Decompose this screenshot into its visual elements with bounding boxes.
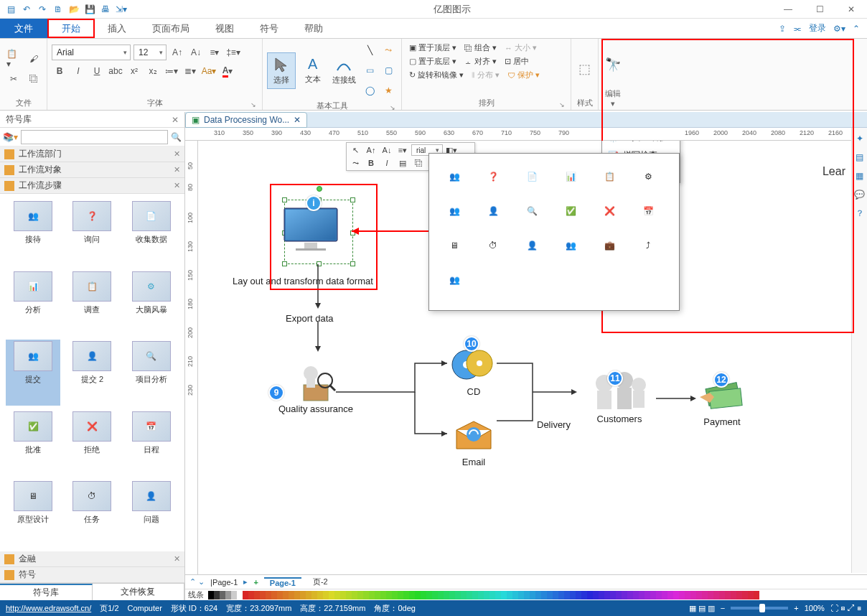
color-swatch[interactable] <box>306 591 311 599</box>
node-cd[interactable]: 10 CD <box>451 346 497 397</box>
search-icon[interactable]: 🔍 <box>171 132 182 142</box>
color-swatch[interactable] <box>340 591 346 599</box>
shape-reject[interactable]: ❌拒绝 <box>65 410 119 476</box>
color-swatch[interactable] <box>438 591 444 599</box>
file-menu[interactable]: 文件 <box>0 19 47 38</box>
tab-layout[interactable]: 页面布局 <box>139 19 202 38</box>
color-swatch[interactable] <box>645 591 650 599</box>
color-swatch[interactable] <box>369 591 375 599</box>
mini-shrink-icon[interactable]: A↓ <box>380 144 394 156</box>
maximize-button[interactable]: ☐ <box>804 0 835 19</box>
mini-italic-icon[interactable]: I <box>380 157 394 169</box>
color-swatch[interactable] <box>317 591 323 599</box>
color-swatch[interactable] <box>570 591 576 599</box>
flyout-shape[interactable]: ❌ <box>590 194 629 228</box>
color-swatch[interactable] <box>690 591 696 599</box>
cut-icon[interactable]: ✂ <box>6 71 22 87</box>
flyout-shape[interactable]: 💼 <box>590 228 629 263</box>
shape-prototype[interactable]: 🖥原型设计 <box>6 480 60 546</box>
color-swatch[interactable] <box>260 591 266 599</box>
color-swatch[interactable] <box>403 591 409 599</box>
bullets-icon[interactable]: ≔▾ <box>164 63 179 79</box>
flyout-shape[interactable]: 👥 <box>435 194 474 228</box>
underline-icon[interactable]: U <box>89 63 105 79</box>
color-swatch[interactable] <box>495 591 501 599</box>
library-icon[interactable]: 📚▾ <box>3 132 18 142</box>
color-swatch[interactable] <box>553 591 558 599</box>
color-swatch[interactable] <box>426 591 432 599</box>
color-swatch[interactable] <box>599 591 604 599</box>
sidebar-close-icon[interactable]: ✕ <box>172 115 179 125</box>
open-icon[interactable]: 📂 <box>67 3 80 16</box>
color-swatch[interactable] <box>541 591 547 599</box>
shape-submit2[interactable]: 👤提交 2 <box>65 340 119 406</box>
color-swatch[interactable] <box>334 591 340 599</box>
tab-view[interactable]: 视图 <box>202 19 247 38</box>
color-swatch[interactable] <box>489 591 495 599</box>
doc-tab-active[interactable]: ▣ Data Processing Wo... ✕ <box>185 112 307 128</box>
color-swatch[interactable] <box>719 591 725 599</box>
sidebar-cat-finance[interactable]: 金融✕ <box>0 551 184 567</box>
color-swatch[interactable] <box>323 591 329 599</box>
color-swatch[interactable] <box>662 591 667 599</box>
color-swatch[interactable] <box>616 591 622 599</box>
group-label-edit[interactable]: 编辑▾ <box>603 87 623 108</box>
node-email[interactable]: Email <box>451 416 497 467</box>
color-swatch[interactable] <box>472 591 478 599</box>
font-size-combo[interactable]: 12 <box>133 45 167 60</box>
color-swatch[interactable] <box>754 591 759 599</box>
search-input[interactable] <box>21 130 168 144</box>
flyout-shape[interactable]: 👥 <box>435 263 474 297</box>
font-launcher-icon[interactable]: ↘ <box>250 101 256 108</box>
subscript-icon[interactable]: x₂ <box>145 63 161 79</box>
tab-symbol[interactable]: 符号 <box>247 19 291 38</box>
color-swatch[interactable] <box>415 591 421 599</box>
color-swatch[interactable] <box>564 591 570 599</box>
flyout-shape[interactable]: 📊 <box>551 159 590 194</box>
connector-tool[interactable]: 连接线 <box>329 53 358 88</box>
color-swatch[interactable] <box>283 591 289 599</box>
bold-icon[interactable]: B <box>52 63 67 79</box>
color-swatch[interactable] <box>530 591 535 599</box>
color-swatch[interactable] <box>512 591 518 599</box>
color-swatch[interactable] <box>748 591 754 599</box>
curve-shape-icon[interactable]: ⤳ <box>380 42 397 59</box>
color-swatch[interactable] <box>685 591 690 599</box>
color-swatch[interactable] <box>409 591 415 599</box>
select-tool[interactable]: 选择 <box>267 52 296 89</box>
color-swatch[interactable] <box>300 591 306 599</box>
mini-align-icon[interactable]: ≡▾ <box>395 144 410 156</box>
doc-tab-close-icon[interactable]: ✕ <box>294 115 301 125</box>
color-swatch[interactable] <box>421 591 426 599</box>
color-swatch[interactable] <box>363 591 369 599</box>
color-swatch[interactable] <box>214 591 220 599</box>
flyout-shape[interactable]: 👥 <box>435 159 474 194</box>
color-swatch[interactable] <box>220 591 225 599</box>
color-swatch[interactable] <box>375 591 380 599</box>
color-swatch[interactable] <box>357 591 363 599</box>
mini-bold-icon[interactable]: B <box>364 157 378 169</box>
align-dropdown-icon[interactable]: ≡▾ <box>207 45 222 60</box>
color-swatch[interactable] <box>604 591 610 599</box>
shape-survey[interactable]: 📋调查 <box>65 270 119 336</box>
shape-project-analysis[interactable]: 🔍项目分析 <box>124 340 179 406</box>
shape-problem[interactable]: 👤问题 <box>124 480 179 546</box>
color-swatch[interactable] <box>713 591 719 599</box>
rotate-button[interactable]: ↻ 旋转和镜像▾ <box>406 69 467 81</box>
color-swatch[interactable] <box>639 591 645 599</box>
canvas[interactable]: 5080100130150180200210230 ↖ A↑ A↓ ≡▾ ria… <box>185 141 867 574</box>
color-swatch[interactable] <box>558 591 564 599</box>
color-swatch[interactable] <box>461 591 467 599</box>
ellipse-shape-icon[interactable]: ◯ <box>361 82 378 99</box>
color-swatch[interactable] <box>742 591 748 599</box>
color-swatch[interactable] <box>535 591 541 599</box>
color-swatch[interactable] <box>650 591 656 599</box>
page-tab-2[interactable]: 页-2 <box>307 577 334 587</box>
shape-approve[interactable]: ✅批准 <box>6 410 60 476</box>
flyout-shape[interactable]: 👥 <box>551 228 590 263</box>
sidebar-cat-steps[interactable]: 工作流步骤✕ <box>0 178 184 194</box>
zoom-out-icon[interactable]: − <box>721 604 725 612</box>
collapse-ribbon-icon[interactable]: ⌃ <box>853 24 860 34</box>
color-swatch[interactable] <box>702 591 708 599</box>
color-swatch[interactable] <box>484 591 489 599</box>
